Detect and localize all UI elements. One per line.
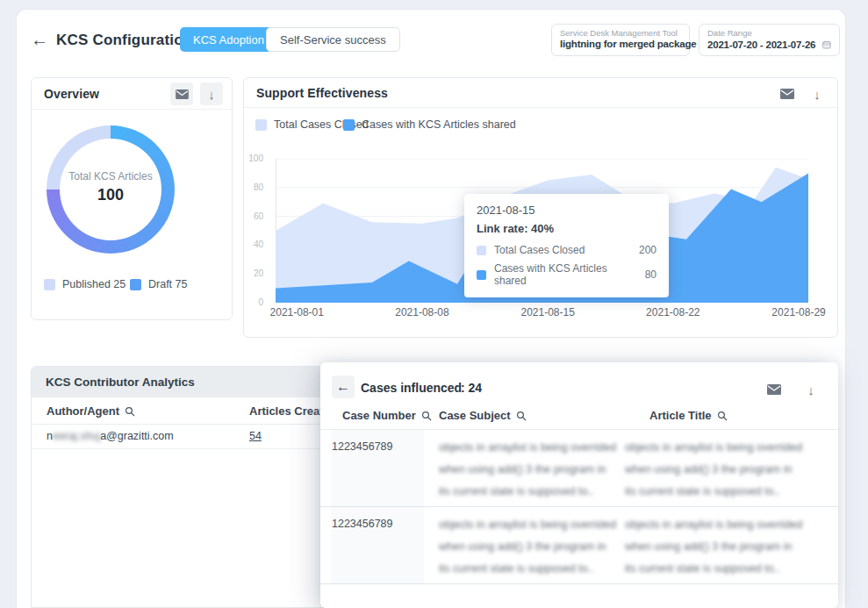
y-axis-tick: 40 (254, 240, 263, 249)
date-range-value: 2021-07-20 - 2021-07-26 (707, 39, 815, 50)
download-icon[interactable]: ↓ (800, 378, 822, 401)
tooltip-swatch-total (477, 246, 486, 255)
contributor-card-title: KCS Contributor Analytics (46, 376, 195, 389)
tooltip-kcs-label: Cases with KCS Articles shared (494, 262, 637, 287)
tooltip-row-total-cases: Total Cases Closed 200 (477, 244, 656, 256)
legend-swatch-draft (130, 279, 141, 290)
case-subject-header-label: Case Subject (439, 409, 511, 422)
x-axis-label: 2021-08-15 (520, 306, 574, 318)
column-header-article-title: Article Title (649, 409, 728, 422)
tooltip-swatch-kcs (477, 270, 486, 280)
tooltip-row-cases-kcs: Cases with KCS Articles shared 80 (477, 262, 656, 287)
x-axis-label: 2021-08-22 (646, 306, 699, 318)
tab-self-service-success[interactable]: Self-Service success (266, 27, 400, 52)
article-title-blurred: objects in arraylist is being overrided … (625, 437, 827, 503)
date-range-input[interactable]: Date Range 2021-07-20 - 2021-07-26 (699, 24, 840, 56)
y-axis: 020406080100 (244, 159, 270, 303)
chart-tooltip: 2021-08-15 Link rate: 40% Total Cases Cl… (464, 194, 669, 297)
y-axis-tick: 80 (254, 182, 263, 192)
tab-kcs-adoption[interactable]: KCS Adoption (180, 27, 277, 52)
article-title-header-label: Article Title (649, 409, 712, 422)
tooltip-kcs-value: 80 (645, 268, 656, 281)
donut-center-text: Total KCS Articles 100 (47, 170, 175, 204)
overview-card-title: Overview (44, 87, 99, 101)
back-icon[interactable]: ← (28, 28, 51, 51)
download-icon[interactable]: ↓ (200, 82, 223, 105)
y-axis-tick: 20 (254, 268, 263, 278)
legend-published-label: Published 25 (62, 278, 126, 290)
tooltip-total-value: 200 (639, 244, 656, 256)
articles-created-link[interactable]: 54 (249, 430, 262, 442)
donut-center-value: 100 (47, 186, 175, 204)
case-number-value: 1223456789 (332, 440, 393, 453)
column-header-case-number: Case Number (342, 409, 432, 422)
search-icon[interactable] (125, 406, 135, 417)
search-icon[interactable] (421, 411, 432, 421)
legend-draft-label: Draft 75 (148, 278, 187, 290)
date-range-label: Date Range (707, 28, 831, 38)
legend-swatch-published (44, 279, 55, 290)
case-number-header-label: Case Number (342, 409, 416, 422)
service-desk-tool-label: Service Desk Management Tool (560, 28, 681, 38)
mail-icon[interactable] (763, 378, 786, 401)
back-icon[interactable]: ← (332, 376, 355, 398)
legend-draft: Draft 75 (130, 278, 187, 290)
column-header-author-agent: Author/Agent (47, 404, 135, 418)
y-axis-tick: 60 (254, 211, 263, 221)
service-desk-tool-value: lightning for merged package (560, 39, 696, 49)
author-email: neeraj.shuja@grazitti.com (47, 430, 174, 442)
x-axis-label: 2021-08-08 (395, 306, 448, 318)
donut-center-label: Total KCS Articles (47, 170, 175, 182)
case-subject-blurred: objects in arraylist is being overrided … (439, 437, 641, 503)
y-axis-tick: 100 (248, 154, 263, 163)
calendar-icon[interactable] (822, 39, 831, 51)
legend-swatch-cases-kcs (343, 119, 355, 131)
x-axis: 2021-08-012021-08-082021-08-152021-08-22… (276, 306, 808, 320)
legend-swatch-total-cases (255, 119, 267, 131)
tooltip-total-label: Total Cases Closed (494, 244, 631, 256)
case-table-row: 1223456789 objects in arraylist is being… (320, 507, 838, 584)
tooltip-link-rate: Link rate: 40% (477, 222, 656, 235)
legend-cases-with-kcs: Cases with KCS Articles shared (343, 118, 516, 131)
case-subject-blurred: objects in arraylist is being overrided … (439, 514, 641, 580)
case-number-value: 1223456789 (332, 518, 393, 530)
column-header-case-subject: Case Subject (439, 409, 527, 422)
cases-influenced-title: Cases influenced (361, 381, 462, 395)
article-title-blurred: objects in arraylist is being overrided … (625, 514, 827, 580)
legend-published: Published 25 (44, 278, 126, 290)
cases-influenced-card: ← Cases influenced : 24 ↓ Case Number Ca… (320, 362, 838, 608)
case-table-row: 1223456789 objects in arraylist is being… (320, 430, 838, 507)
mail-icon[interactable] (776, 82, 799, 105)
legend-cases-kcs-label: Cases with KCS Articles shared (362, 118, 516, 131)
page-title: KCS Configuration (56, 32, 192, 49)
kcs-configuration-dashboard: ← KCS Configuration KCS Adoption Self-Se… (0, 0, 868, 608)
tab-kcs-adoption-label: KCS Adoption (193, 33, 264, 46)
x-axis-label: 2021-08-01 (270, 306, 324, 318)
tab-self-service-label: Self-Service success (280, 33, 386, 46)
author-agent-header-label: Author/Agent (47, 404, 119, 418)
x-axis-label: 2021-08-29 (771, 306, 825, 318)
support-effectiveness-card: Support Effectiveness ↓ Total Cases Clos… (243, 77, 838, 338)
cases-influenced-count: : 24 (461, 381, 482, 395)
y-axis-tick: 0 (258, 297, 263, 307)
blurred-email-part: eeraj.shuj (53, 430, 100, 442)
overview-card: Overview ↓ Total KCS Articles 100 Publis… (31, 77, 233, 320)
search-icon[interactable] (516, 411, 527, 421)
mail-icon[interactable] (170, 82, 193, 105)
service-desk-tool-select[interactable]: Service Desk Management Tool lightning f… (551, 24, 690, 56)
search-icon[interactable] (717, 411, 728, 421)
support-card-title: Support Effectiveness (256, 86, 388, 100)
download-icon[interactable]: ↓ (806, 82, 829, 105)
tooltip-date: 2021-08-15 (477, 204, 656, 217)
